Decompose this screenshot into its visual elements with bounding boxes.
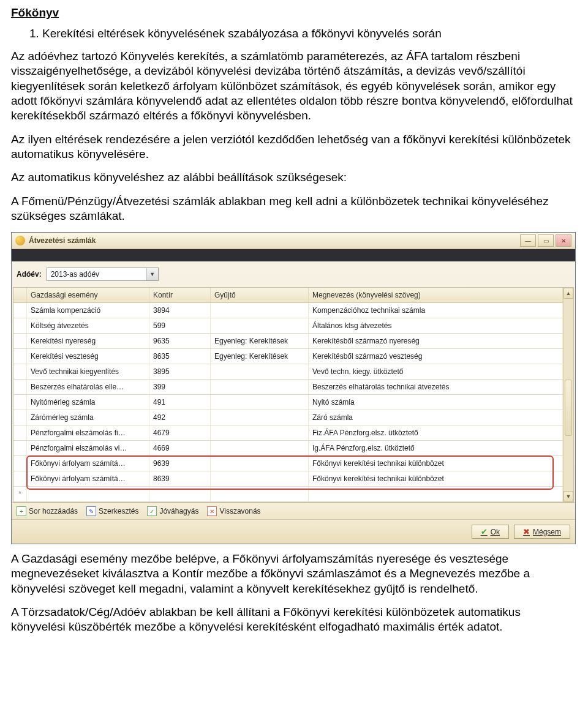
cell-megnev[interactable]: Kompenzációhoz technikai számla [309,303,563,318]
revoke-icon: ✕ [207,506,217,516]
table-row[interactable]: Kerekítési nyereség9635Egyenleg: Kerekít… [13,334,563,349]
cell-gyujto[interactable] [211,441,309,455]
cell-megnev[interactable]: Ig.ÁFA Pénzforg.elsz. ütköztető [309,441,563,455]
vertical-scrollbar[interactable]: ▲ ▼ [563,288,573,502]
window-title: Átvezetési számlák [29,236,96,245]
ok-label: Ok [491,528,500,536]
cell-event[interactable]: Nyitómérleg számla [27,395,149,410]
edit-label: Szerkesztés [99,507,138,515]
cell-gyujto[interactable] [211,380,309,394]
ok-check-icon: ✔ [481,527,488,536]
cell-kontir[interactable]: 491 [149,395,211,410]
maximize-button[interactable]: ▭ [538,234,554,247]
cell-megnev[interactable]: Főkönyvi kerekítési technikai különbözet [309,456,563,471]
cancel-label: Mégsem [533,528,561,536]
scroll-down-icon[interactable]: ▼ [564,491,573,502]
cell-kontir[interactable]: 3895 [149,364,211,379]
cell-event[interactable]: Számla kompenzáció [27,303,149,318]
approve-button[interactable]: ✓ Jóváhagyás [147,506,198,516]
cell-kontir[interactable]: 9635 [149,334,211,348]
doc-paragraph-3: Az automatikus könyveléshez az alábbi be… [11,170,577,185]
cell-kontir[interactable]: 399 [149,380,211,394]
cell-gyujto[interactable] [211,471,309,486]
cell-kontir[interactable]: 492 [149,410,211,425]
cell-kontir[interactable]: 4679 [149,425,211,440]
cell-gyujto[interactable] [211,456,309,471]
cell-event[interactable]: Kerekítési nyereség [27,334,149,348]
table-row[interactable]: Pénzforgalmi elszámolás fi…4679Fiz.ÁFA P… [13,425,563,441]
cell-gyujto[interactable] [211,425,309,440]
cell-kontir[interactable]: 8639 [149,471,211,486]
app-window: Átvezetési számlák — ▭ ✕ Adóév: 2013-as … [11,232,576,544]
table-row[interactable]: Zárómérleg számla492Záró számla [13,410,563,425]
cell-megnev[interactable]: Záró számla [309,410,563,425]
col-kontir[interactable]: Kontír [149,288,211,302]
grid-new-row[interactable]: * [13,487,563,502]
cell-event[interactable]: Pénzforgalmi elszámolás fi… [27,425,149,440]
minimize-button[interactable]: — [520,234,536,247]
doc-list-item-1: 1. Kerekítési eltérések könyvelésének sz… [11,27,577,40]
cell-kontir[interactable]: 599 [149,318,211,333]
cell-megnev[interactable]: Nyitó számla [309,395,563,410]
doc-paragraph-6: A Törzsadatok/Cég/Adóév ablakban be kell… [11,605,577,635]
cell-event[interactable]: Főkönyvi árfolyam számítá… [27,471,149,486]
table-row[interactable]: Főkönyvi árfolyam számítá…9639Főkönyvi k… [13,456,563,471]
col-megnev[interactable]: Megnevezés (könyvelési szöveg) [309,288,563,302]
cell-event[interactable]: Pénzforgalmi elszámolás vi… [27,441,149,455]
revoke-button[interactable]: ✕ Visszavonás [207,506,260,516]
cell-megnev[interactable]: Általános ktsg átvezetés [309,318,563,333]
close-button[interactable]: ✕ [556,234,571,247]
cell-gyujto[interactable]: Egyenleg: Kerekítések [211,334,309,348]
scroll-thumb[interactable] [565,380,572,436]
cancel-button[interactable]: ✖ Mégsem [514,525,570,539]
cell-kontir[interactable]: 4669 [149,441,211,455]
doc-heading: Főkönyv [11,6,577,20]
cell-gyujto[interactable] [211,410,309,425]
adoev-value: 2013-as adóév [47,270,146,279]
cell-gyujto[interactable] [211,303,309,318]
cell-gyujto[interactable]: Egyenleg: Kerekítések [211,349,309,364]
cell-gyujto[interactable] [211,395,309,410]
cell-megnev[interactable]: Vevő techn. kiegy. ütköztető [309,364,563,379]
cell-event[interactable]: Beszerzés elhatárolás elle… [27,380,149,394]
cell-event[interactable]: Vevő technikai kiegyenlítés [27,364,149,379]
adoev-combo[interactable]: 2013-as adóév ▼ [47,268,159,281]
adoev-label: Adóév: [17,270,42,279]
doc-paragraph-5: A Gazdasági esemény mezőbe belépve, a Fő… [11,552,577,596]
cell-event[interactable]: Kerekítési veszteség [27,349,149,364]
col-gyujto[interactable]: Gyűjtő [211,288,309,302]
cell-megnev[interactable]: Főkönyvi kerekítési technikai különbözet [309,471,563,486]
dialog-footer: ✔ Ok ✖ Mégsem [12,519,575,544]
table-row[interactable]: Beszerzés elhatárolás elle…399Beszerzés … [13,380,563,395]
table-row[interactable]: Költség átvezetés599Általános ktsg átvez… [13,318,563,334]
cell-megnev[interactable]: Fiz.ÁFA Pénzforg.elsz. ütköztető [309,425,563,440]
doc-paragraph-4: A Főmenü/Pénzügy/Átvezetési számlák abla… [11,194,577,224]
ok-button[interactable]: ✔ Ok [472,525,509,539]
table-row[interactable]: Nyitómérleg számla491Nyitó számla [13,395,563,410]
cell-event[interactable]: Költség átvezetés [27,318,149,333]
cell-gyujto[interactable] [211,364,309,379]
cell-kontir[interactable]: 8635 [149,349,211,364]
cell-event[interactable]: Zárómérleg számla [27,410,149,425]
chevron-down-icon: ▼ [146,268,158,280]
cell-gyujto[interactable] [211,318,309,333]
grid: Gazdasági esemény Kontír Gyűjtő Megnevez… [13,287,574,503]
cell-megnev[interactable]: Kerekítésből származó veszteség [309,349,563,364]
scroll-up-icon[interactable]: ▲ [564,288,573,299]
table-row[interactable]: Pénzforgalmi elszámolás vi…4669Ig.ÁFA Pé… [13,441,563,456]
table-row[interactable]: Vevő technikai kiegyenlítés3895Vevő tech… [13,364,563,380]
check-icon: ✓ [147,506,157,516]
edit-button[interactable]: ✎ Szerkesztés [86,506,138,516]
table-row[interactable]: Főkönyvi árfolyam számítá…8639Főkönyvi k… [13,471,563,487]
cell-megnev[interactable]: Kerekítésből származó nyereség [309,334,563,348]
cell-event[interactable]: Főkönyvi árfolyam számítá… [27,456,149,471]
filter-row: Adóév: 2013-as adóév ▼ [12,261,575,287]
col-event[interactable]: Gazdasági esemény [27,288,149,302]
table-row[interactable]: Kerekítési veszteség8635Egyenleg: Kerekí… [13,349,563,364]
table-row[interactable]: Számla kompenzáció3894Kompenzációhoz tec… [13,303,563,318]
cell-kontir[interactable]: 3894 [149,303,211,318]
grid-toolbar: + Sor hozzáadás ✎ Szerkesztés ✓ Jóváhagy… [12,503,575,519]
cell-kontir[interactable]: 9639 [149,456,211,471]
cell-megnev[interactable]: Beszerzés elhatárolás technikai átvezeté… [309,380,563,394]
add-row-button[interactable]: + Sor hozzáadás [17,506,78,516]
